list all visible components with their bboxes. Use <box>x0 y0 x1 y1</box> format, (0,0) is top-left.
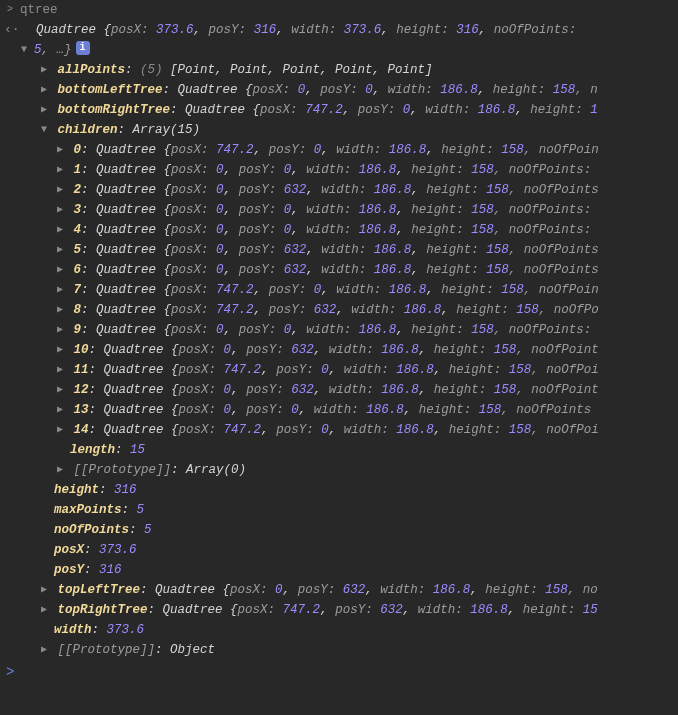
children-item[interactable]: ▶ 3: Quadtree {posX: 0, posY: 0, width: … <box>0 200 678 220</box>
array-index: 2 <box>74 180 82 200</box>
children-item[interactable]: ▶ 8: Quadtree {posX: 747.2, posY: 632, w… <box>0 300 678 320</box>
chevron-right-icon[interactable]: ▶ <box>54 380 66 400</box>
array-index: 0 <box>74 140 82 160</box>
console-root-line[interactable]: > qtree <box>0 0 678 20</box>
chevron-right-icon[interactable]: > <box>4 0 16 20</box>
chevron-right-icon[interactable]: ▶ <box>54 240 66 260</box>
array-index: 4 <box>74 220 82 240</box>
array-index: 8 <box>74 300 82 320</box>
array-index: 7 <box>74 280 82 300</box>
root-expression: qtree <box>16 0 58 20</box>
prop-prototype-array[interactable]: ▶ [[Prototype]]: Array(0) <box>0 460 678 480</box>
children-item[interactable]: ▶ 13: Quadtree {posX: 0, posY: 0, width:… <box>0 400 678 420</box>
children-item[interactable]: ▶ 11: Quadtree {posX: 747.2, posY: 0, wi… <box>0 360 678 380</box>
chevron-right-icon[interactable]: ▶ <box>38 600 50 620</box>
prop-posY[interactable]: posY: 316 <box>0 560 678 580</box>
chevron-right-icon[interactable]: ▶ <box>38 60 50 80</box>
output-caret-icon: ‹· <box>4 20 18 40</box>
prop-prototype-object[interactable]: ▶ [[Prototype]]: Object <box>0 640 678 660</box>
chevron-right-icon[interactable]: ▶ <box>54 460 66 480</box>
chevron-right-icon[interactable]: ▶ <box>54 260 66 280</box>
children-item[interactable]: ▶ 4: Quadtree {posX: 0, posY: 0, width: … <box>0 220 678 240</box>
chevron-right-icon[interactable]: ▶ <box>54 340 66 360</box>
chevron-down-icon[interactable]: ▼ <box>38 120 50 140</box>
chevron-right-icon[interactable]: ▶ <box>54 300 66 320</box>
chevron-right-icon[interactable]: ▶ <box>38 100 50 120</box>
chevron-right-icon[interactable]: ▶ <box>54 320 66 340</box>
children-item[interactable]: ▶ 0: Quadtree {posX: 747.2, posY: 0, wid… <box>0 140 678 160</box>
chevron-down-icon[interactable]: ▼ <box>18 40 30 60</box>
console-prompt[interactable]: > <box>0 660 678 684</box>
chevron-right-icon[interactable]: ▶ <box>38 640 50 660</box>
prop-bottomRightTree[interactable]: ▶ bottomRightTree: Quadtree { posX: 747.… <box>0 100 678 120</box>
prop-height[interactable]: height: 316 <box>0 480 678 500</box>
array-index: 9 <box>74 320 82 340</box>
children-item[interactable]: ▶ 12: Quadtree {posX: 0, posY: 632, widt… <box>0 380 678 400</box>
prop-bottomLeftTree[interactable]: ▶ bottomLeftTree: Quadtree { posX: 0, po… <box>0 80 678 100</box>
prop-topRightTree[interactable]: ▶ topRightTree: Quadtree { posX: 747.2, … <box>0 600 678 620</box>
array-index: 14 <box>74 420 89 440</box>
children-item[interactable]: ▶ 5: Quadtree {posX: 0, posY: 632, width… <box>0 240 678 260</box>
chevron-right-icon[interactable]: ▶ <box>54 220 66 240</box>
chevron-right-icon[interactable]: ▶ <box>54 160 66 180</box>
children-item[interactable]: ▶ 9: Quadtree {posX: 0, posY: 0, width: … <box>0 320 678 340</box>
array-index: 1 <box>74 160 82 180</box>
prop-noOfPoints[interactable]: noOfPoints: 5 <box>0 520 678 540</box>
children-item[interactable]: ▶ 6: Quadtree {posX: 0, posY: 632, width… <box>0 260 678 280</box>
array-index: 6 <box>74 260 82 280</box>
chevron-right-icon[interactable]: ▶ <box>54 200 66 220</box>
children-item[interactable]: ▶ 10: Quadtree {posX: 0, posY: 632, widt… <box>0 340 678 360</box>
prop-maxPoints[interactable]: maxPoints: 5 <box>0 500 678 520</box>
prop-topLeftTree[interactable]: ▶ topLeftTree: Quadtree { posX: 0, posY:… <box>0 580 678 600</box>
array-index: 13 <box>74 400 89 420</box>
object-summary-line[interactable]: ‹· Quadtree { posX: 373.6 , posY: 316 , … <box>0 20 678 40</box>
array-index: 12 <box>74 380 89 400</box>
info-icon[interactable]: i <box>76 41 90 55</box>
chevron-right-icon[interactable]: ▶ <box>54 420 66 440</box>
children-item[interactable]: ▶ 14: Quadtree {posX: 747.2, posY: 0, wi… <box>0 420 678 440</box>
chevron-right-icon[interactable]: ▶ <box>54 180 66 200</box>
prop-length[interactable]: length: 15 <box>0 440 678 460</box>
array-index: 11 <box>74 360 89 380</box>
prop-posX[interactable]: posX: 373.6 <box>0 540 678 560</box>
prop-children[interactable]: ▼ children: Array(15) <box>0 120 678 140</box>
chevron-right-icon[interactable]: ▶ <box>54 280 66 300</box>
children-item[interactable]: ▶ 1: Quadtree {posX: 0, posY: 0, width: … <box>0 160 678 180</box>
chevron-right-icon[interactable]: ▶ <box>38 580 50 600</box>
chevron-right-icon[interactable]: ▶ <box>54 400 66 420</box>
object-summary-line2[interactable]: ▼ 5 , …} i <box>0 40 678 60</box>
chevron-right-icon[interactable]: ▶ <box>38 80 50 100</box>
children-item[interactable]: ▶ 2: Quadtree {posX: 0, posY: 632, width… <box>0 180 678 200</box>
array-index: 3 <box>74 200 82 220</box>
array-index: 10 <box>74 340 89 360</box>
children-item[interactable]: ▶ 7: Quadtree {posX: 747.2, posY: 0, wid… <box>0 280 678 300</box>
array-index: 5 <box>74 240 82 260</box>
chevron-right-icon[interactable]: ▶ <box>54 140 66 160</box>
chevron-right-icon[interactable]: ▶ <box>54 360 66 380</box>
prop-width[interactable]: width: 373.6 <box>0 620 678 640</box>
prop-allPoints[interactable]: ▶ allPoints: (5) [Point, Point, Point, P… <box>0 60 678 80</box>
